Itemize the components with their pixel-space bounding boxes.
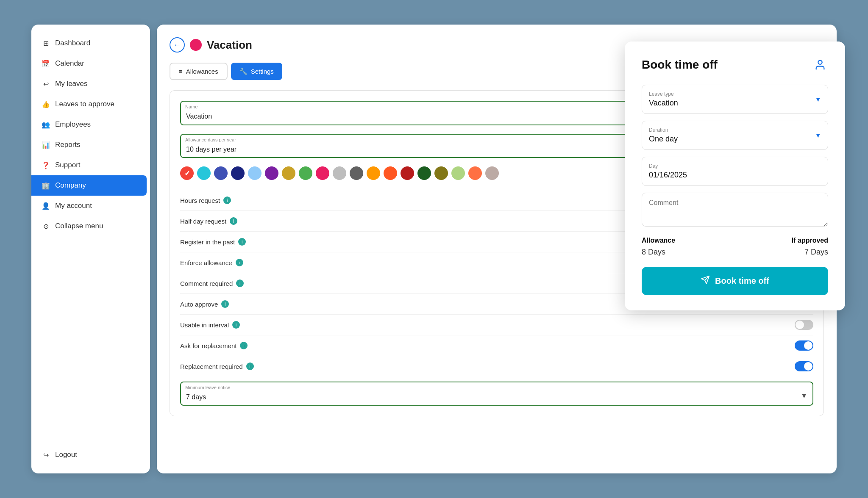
sidebar-item-label-reports: Reports: [55, 141, 81, 149]
toggle-text-hours-request: Hours request: [180, 197, 220, 204]
color-swatch-7[interactable]: [299, 166, 312, 180]
my-leaves-icon: ↩: [42, 80, 50, 88]
color-swatch-12[interactable]: [384, 166, 397, 180]
color-swatch-16[interactable]: [451, 166, 465, 180]
leave-type-value: Vacation: [649, 99, 821, 108]
allowances-tab-icon: ≡: [179, 68, 183, 75]
toggle-label-usable-in-interval: Usable in interval i: [180, 321, 240, 329]
allowance-days-right: 7 Days: [804, 248, 828, 257]
color-swatch-9[interactable]: [333, 166, 346, 180]
dashboard-icon: ⊞: [42, 39, 50, 47]
toggle-switch-ask-for-replacement[interactable]: [795, 340, 813, 351]
tab-allowances[interactable]: ≡ Allowances: [170, 63, 228, 80]
color-swatch-11[interactable]: [367, 166, 380, 180]
leave-type-arrow: ▼: [815, 96, 821, 103]
info-icon-register-in-past[interactable]: i: [238, 238, 246, 246]
tab-settings[interactable]: 🔧 Settings: [231, 63, 282, 80]
day-field[interactable]: Day 01/16/2025: [642, 157, 828, 186]
user-profile-button[interactable]: [812, 57, 828, 73]
info-icon-comment-required[interactable]: i: [236, 279, 244, 287]
sidebar-item-reports[interactable]: 📊 Reports: [31, 135, 150, 155]
sidebar-item-logout[interactable]: ↪ Logout: [31, 445, 150, 465]
sidebar-item-my-account[interactable]: 👤 My account: [31, 196, 150, 216]
logout-icon: ↪: [42, 451, 50, 459]
color-swatch-6[interactable]: [282, 166, 295, 180]
allowance-section: Allowance If approved 8 Days 7 Days: [642, 237, 828, 257]
color-swatch-17[interactable]: [468, 166, 482, 180]
allowances-tab-label: Allowances: [186, 68, 218, 75]
sidebar-item-employees[interactable]: 👥 Employees: [31, 114, 150, 135]
color-swatch-4[interactable]: [248, 166, 262, 180]
sidebar-item-label-collapse-menu: Collapse menu: [55, 222, 103, 230]
color-swatch-8[interactable]: [316, 166, 329, 180]
color-swatch-15[interactable]: [434, 166, 448, 180]
info-icon-half-day-request[interactable]: i: [230, 217, 237, 225]
sidebar-item-label-my-leaves: My leaves: [55, 80, 88, 88]
toggle-text-enforce-allowance: Enforce allowance: [180, 259, 232, 266]
my-account-icon: 👤: [42, 202, 50, 210]
toggle-text-ask-for-replacement: Ask for replacement: [180, 342, 236, 349]
book-button-label: Book time off: [715, 276, 769, 286]
day-value: 01/16/2025: [649, 171, 821, 180]
info-icon-ask-for-replacement[interactable]: i: [240, 342, 248, 349]
settings-tab-label: Settings: [251, 68, 274, 75]
sidebar-item-label-support: Support: [55, 161, 81, 169]
info-icon-usable-in-interval[interactable]: i: [232, 321, 240, 329]
sidebar-item-label-calendar: Calendar: [55, 59, 84, 68]
color-swatch-0[interactable]: ✓: [180, 166, 194, 180]
leave-type-field[interactable]: Leave type Vacation ▼: [642, 85, 828, 114]
toggle-switch-replacement-required[interactable]: [795, 361, 813, 371]
sidebar-item-company[interactable]: 🏢 Company: [31, 175, 147, 196]
leave-type-label: Leave type: [649, 91, 821, 97]
color-swatch-2[interactable]: [214, 166, 228, 180]
comment-input[interactable]: [642, 193, 828, 227]
toggle-label-enforce-allowance: Enforce allowance i: [180, 259, 243, 266]
color-swatch-3[interactable]: [231, 166, 245, 180]
toggle-text-auto-approve: Auto approve: [180, 301, 218, 308]
color-swatch-1[interactable]: [197, 166, 211, 180]
toggle-label-register-in-past: Register in the past i: [180, 238, 246, 246]
color-swatch-5[interactable]: [265, 166, 278, 180]
back-button[interactable]: ←: [170, 37, 185, 53]
toggle-row-replacement-required: Replacement required i: [180, 356, 813, 376]
allowance-header-left: Allowance: [642, 237, 675, 244]
sidebar-item-support[interactable]: ❓ Support: [31, 155, 150, 175]
collapse-menu-icon: ⊙: [42, 222, 50, 230]
sidebar-item-label-employees: Employees: [55, 120, 91, 129]
min-leave-notice-select[interactable]: 7 days 14 days 30 days: [180, 382, 813, 406]
leaves-to-approve-icon: 👍: [42, 100, 50, 108]
sidebar-item-label-dashboard: Dashboard: [55, 39, 90, 47]
sidebar-item-dashboard[interactable]: ⊞ Dashboard: [31, 33, 150, 53]
sidebar-item-leaves-to-approve[interactable]: 👍 Leaves to approve: [31, 94, 150, 114]
duration-field[interactable]: Duration One day ▼: [642, 121, 828, 150]
duration-arrow: ▼: [815, 132, 821, 139]
toggle-label-ask-for-replacement: Ask for replacement i: [180, 342, 248, 349]
min-leave-notice-group: Minimum leave notice 7 days 14 days 30 d…: [180, 382, 813, 406]
color-swatch-14[interactable]: [417, 166, 431, 180]
book-time-off-panel: Book time off Leave type Vacation ▼ Dura…: [625, 42, 845, 310]
info-icon-enforce-allowance[interactable]: i: [236, 259, 243, 266]
color-swatch-13[interactable]: [401, 166, 414, 180]
duration-value: One day: [649, 135, 821, 144]
sidebar-item-collapse-menu[interactable]: ⊙ Collapse menu: [31, 216, 150, 236]
support-icon: ❓: [42, 161, 50, 169]
toggle-switch-usable-in-interval[interactable]: [795, 320, 813, 330]
book-time-off-button[interactable]: Book time off: [642, 267, 828, 295]
sidebar-item-label-company: Company: [55, 181, 86, 190]
sidebar-item-my-leaves[interactable]: ↩ My leaves: [31, 74, 150, 94]
allowance-header-row: Allowance If approved: [642, 237, 828, 244]
reports-icon: 📊: [42, 141, 50, 149]
day-label: Day: [649, 163, 821, 169]
sidebar-item-calendar[interactable]: 📅 Calendar: [31, 53, 150, 74]
color-swatch-18[interactable]: [485, 166, 499, 180]
employees-icon: 👥: [42, 121, 50, 129]
toggle-label-replacement-required: Replacement required i: [180, 362, 254, 370]
allowance-days-label: Allowance days per year: [185, 137, 236, 142]
sidebar-item-logout-label: Logout: [55, 451, 77, 459]
settings-tab-icon: 🔧: [239, 68, 248, 75]
info-icon-hours-request[interactable]: i: [223, 196, 231, 204]
info-icon-replacement-required[interactable]: i: [246, 362, 254, 370]
color-swatch-10[interactable]: [350, 166, 363, 180]
panel-title: Vacation: [207, 39, 252, 52]
info-icon-auto-approve[interactable]: i: [221, 300, 229, 308]
